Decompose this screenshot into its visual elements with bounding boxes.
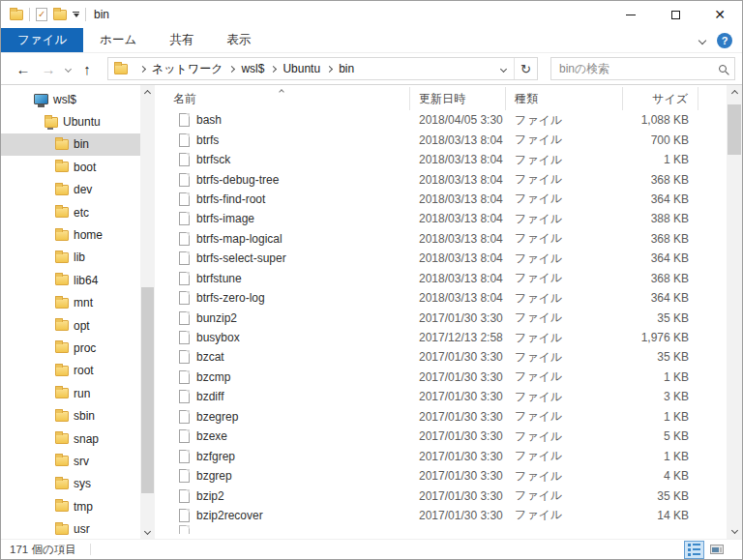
file-row[interactable]: bzgrep2017/01/30 3:30ファイル4 KB bbox=[156, 466, 727, 486]
recent-locations-icon[interactable] bbox=[61, 67, 74, 72]
thumbnails-view-button[interactable] bbox=[706, 541, 727, 559]
breadcrumb-item[interactable]: bin bbox=[339, 62, 354, 75]
customize-toolbar-icon[interactable] bbox=[73, 12, 79, 17]
scroll-down-icon[interactable] bbox=[140, 523, 155, 539]
address-bar[interactable]: ネットワークwsl$Ubuntubin ↻ bbox=[107, 57, 538, 80]
file-row[interactable]: busybox2017/12/13 2:58ファイル1,976 KB bbox=[156, 328, 727, 347]
sidebar-item-usr[interactable]: usr bbox=[1, 517, 141, 539]
file-name: bzfgrep bbox=[196, 450, 235, 463]
file-size: 1 KB bbox=[623, 410, 698, 424]
file-row[interactable]: bunzip22017/01/30 3:30ファイル35 KB bbox=[156, 308, 727, 327]
file-icon bbox=[179, 113, 190, 127]
breadcrumb-separator-icon[interactable] bbox=[264, 67, 282, 72]
sidebar-item-opt[interactable]: opt bbox=[1, 314, 141, 337]
breadcrumb-separator-icon[interactable] bbox=[320, 67, 339, 72]
file-list-scrollbar[interactable] bbox=[727, 85, 742, 539]
file-row[interactable]: btrfs2018/03/13 8:04ファイル700 KB bbox=[156, 130, 727, 149]
address-dropdown-icon[interactable] bbox=[492, 58, 514, 79]
file-row[interactable]: bzdiff2017/01/30 3:30ファイル3 KB bbox=[156, 387, 727, 406]
sidebar-item-srv[interactable]: srv bbox=[1, 450, 141, 472]
sidebar-item-lib64[interactable]: lib64 bbox=[1, 269, 141, 291]
scroll-up-icon[interactable] bbox=[727, 85, 742, 102]
file-row[interactable]: btrfs-image2018/03/13 8:04ファイル388 KB bbox=[156, 209, 727, 228]
sidebar-item-etc[interactable]: etc bbox=[1, 201, 141, 223]
file-row[interactable]: bzegrep2017/01/30 3:30ファイル1 KB bbox=[156, 407, 727, 427]
file-row[interactable]: bzfgrep2017/01/30 3:30ファイル1 KB bbox=[156, 446, 727, 465]
file-row[interactable]: btrfs-debug-tree2018/03/13 8:04ファイル368 K… bbox=[156, 169, 727, 189]
sidebar-item-label: Ubuntu bbox=[63, 115, 101, 129]
ribbon-tab-共有[interactable]: 共有 bbox=[153, 28, 210, 52]
breadcrumb-item[interactable]: ネットワーク bbox=[152, 61, 223, 77]
column-header-type[interactable]: 種類 bbox=[506, 87, 623, 110]
sidebar-item-boot[interactable]: boot bbox=[1, 156, 141, 178]
file-modified: 2018/03/13 8:04 bbox=[410, 133, 506, 147]
new-folder-icon[interactable] bbox=[53, 10, 67, 20]
scrollbar-thumb[interactable] bbox=[141, 287, 154, 493]
scroll-down-icon[interactable] bbox=[727, 522, 742, 539]
address-tools: ↻ bbox=[492, 58, 537, 79]
column-headers: 名前 更新日時 種類 サイズ bbox=[156, 87, 727, 110]
details-view-button[interactable] bbox=[684, 541, 704, 559]
sidebar-item-sbin[interactable]: sbin bbox=[1, 404, 141, 427]
forward-button[interactable]: → bbox=[36, 61, 61, 77]
sidebar-item-snap[interactable]: snap bbox=[1, 427, 141, 450]
breadcrumb-separator-icon[interactable] bbox=[223, 67, 241, 72]
back-button[interactable]: ← bbox=[11, 61, 36, 77]
file-row[interactable]: bzcat2017/01/30 3:30ファイル35 KB bbox=[156, 347, 727, 367]
file-row[interactable]: btrfs-find-root2018/03/13 8:04ファイル364 KB bbox=[156, 190, 727, 209]
file-modified: 2017/01/30 3:30 bbox=[410, 410, 506, 424]
sidebar-item-lib[interactable]: lib bbox=[1, 247, 141, 269]
up-button[interactable]: ↑ bbox=[74, 61, 100, 77]
file-row[interactable]: bzip22017/01/30 3:30ファイル35 KB bbox=[156, 486, 727, 505]
ribbon-tab-ファイル[interactable]: ファイル bbox=[1, 28, 83, 52]
file-icon bbox=[179, 272, 190, 285]
column-header-modified[interactable]: 更新日時 bbox=[410, 87, 506, 110]
close-button[interactable]: ✕ bbox=[698, 1, 742, 28]
minimize-ribbon-icon[interactable] bbox=[698, 36, 706, 44]
file-row[interactable]: btrfs-select-super2018/03/13 8:04ファイル364… bbox=[156, 249, 727, 268]
sidebar-item-home[interactable]: home bbox=[1, 223, 141, 246]
file-size: 388 KB bbox=[623, 212, 698, 225]
help-icon[interactable]: ? bbox=[717, 33, 732, 48]
sidebar-item-mnt[interactable]: mnt bbox=[1, 292, 141, 314]
maximize-button[interactable] bbox=[653, 1, 698, 28]
file-row[interactable]: btrfstune2018/03/13 8:04ファイル368 KB bbox=[156, 269, 727, 288]
ribbon-tab-表示[interactable]: 表示 bbox=[210, 28, 267, 52]
file-row[interactable]: bzcmp2017/01/30 3:30ファイル1 KB bbox=[156, 368, 727, 387]
file-name: bzip2 bbox=[196, 489, 224, 503]
sidebar-item-bin[interactable]: bin bbox=[1, 133, 141, 156]
item-count: 171 個の項目 bbox=[1, 543, 76, 557]
ribbon-tab-ホーム[interactable]: ホーム bbox=[83, 28, 153, 52]
breadcrumb-item[interactable]: wsl$ bbox=[241, 62, 264, 75]
file-name: btrfs-zero-log bbox=[196, 291, 265, 305]
sidebar-item-wsl[interactable]: wsl$ bbox=[1, 88, 141, 110]
sidebar-item-Ubuntu[interactable]: Ubuntu bbox=[1, 110, 141, 133]
sidebar-scrollbar[interactable] bbox=[140, 85, 155, 539]
partially-visible-row bbox=[156, 525, 727, 537]
file-row[interactable]: btrfsck2018/03/13 8:04ファイル1 KB bbox=[156, 150, 727, 169]
file-icon bbox=[179, 509, 190, 522]
refresh-icon[interactable]: ↻ bbox=[514, 58, 537, 79]
sidebar-item-root[interactable]: root bbox=[1, 360, 141, 382]
scroll-up-icon[interactable] bbox=[140, 85, 155, 101]
sidebar-item-proc[interactable]: proc bbox=[1, 337, 141, 359]
file-row[interactable]: btrfs-zero-log2018/03/13 8:04ファイル364 KB bbox=[156, 288, 727, 308]
file-row[interactable]: btrfs-map-logical2018/03/13 8:04ファイル368 … bbox=[156, 229, 727, 249]
sidebar-item-sys[interactable]: sys bbox=[1, 473, 141, 495]
search-icon[interactable] bbox=[711, 65, 734, 73]
breadcrumb-item[interactable]: Ubuntu bbox=[282, 62, 320, 75]
file-row[interactable]: bash2018/04/05 3:30ファイル1,088 KB bbox=[156, 110, 727, 130]
search-input[interactable] bbox=[551, 62, 711, 75]
sidebar-item-run[interactable]: run bbox=[1, 382, 141, 404]
sidebar-item-label: usr bbox=[74, 522, 90, 536]
scrollbar-thumb[interactable] bbox=[728, 104, 741, 155]
column-header-name[interactable]: 名前 bbox=[156, 87, 410, 110]
minimize-button[interactable] bbox=[609, 1, 653, 28]
file-row[interactable]: bzexe2017/01/30 3:30ファイル5 KB bbox=[156, 427, 727, 446]
sidebar-item-dev[interactable]: dev bbox=[1, 179, 141, 201]
file-row[interactable]: bzip2recover2017/01/30 3:30ファイル14 KB bbox=[156, 506, 727, 525]
breadcrumb-separator-icon[interactable] bbox=[134, 67, 152, 72]
sidebar-item-tmp[interactable]: tmp bbox=[1, 495, 141, 517]
properties-icon[interactable] bbox=[36, 8, 47, 21]
column-header-size[interactable]: サイズ bbox=[623, 87, 698, 110]
